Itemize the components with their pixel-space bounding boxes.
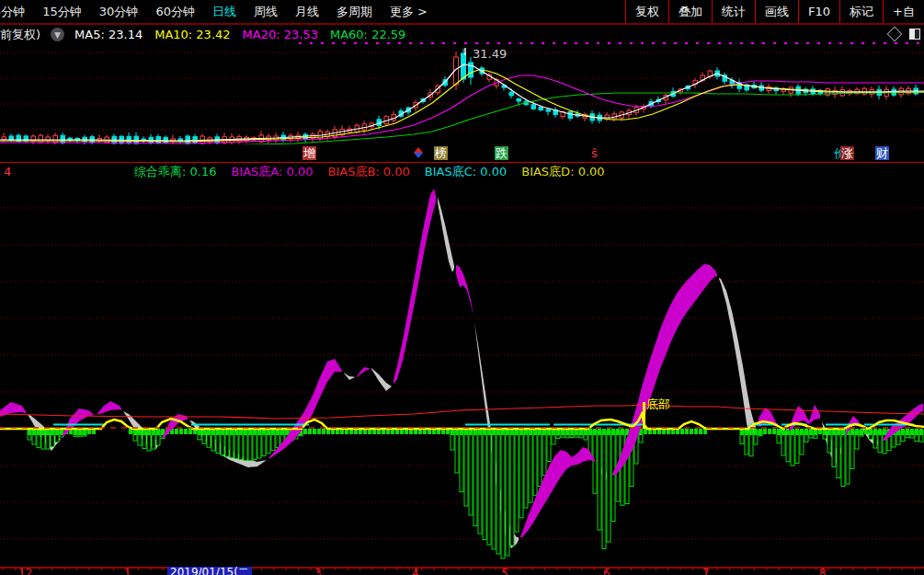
indicator-value-labels: 综合乖离: 0.16BIAS底A: 0.00BIAS底B: 0.00BIAS底C… [134,164,605,180]
time-axis [0,563,924,575]
axis-tick-label: 1 [124,568,131,575]
toolbar-button-标记[interactable]: 标记 [839,0,883,23]
indicator-label: BIAS底C: 0.00 [425,164,507,180]
toolbar-button-画线[interactable]: 画线 [755,0,798,23]
toolbar-button-叠加[interactable]: 叠加 [668,0,712,23]
toolbar-button-F10[interactable]: F10 [798,0,839,23]
peak-price-label: 31.49 [473,47,507,61]
indicator-label: BIAS底D: 0.00 [521,164,604,180]
menu-item-周线[interactable]: 周线 [254,4,278,20]
menu-item-更多 >[interactable]: 更多 > [390,4,428,20]
period-menu: 5分钟15分钟30分钟60分钟日线周线月线多周期更多 > [0,4,428,20]
menu-item-日线[interactable]: 日线 [212,4,236,20]
menu-item-5分钟[interactable]: 5分钟 [0,4,25,20]
ticker-tag[interactable]: 跌 [495,146,508,160]
indicator-header: 4 综合乖离: 0.16BIAS底A: 0.00BIAS底B: 0.00BIAS… [0,164,924,179]
bias-indicator-chart[interactable] [0,180,924,568]
bottom-signal-label: 底部 [646,397,670,413]
axis-tick-label: 5 [501,568,508,575]
top-menu-bar: 5分钟15分钟30分钟60分钟日线周线月线多周期更多 > 复权叠加统计画线F10… [0,0,924,25]
axis-tick-label: 3 [314,568,322,575]
ma-info-bar: 前复权) ▼ MA5: 23.14MA10: 23.42MA20: 23.53M… [0,27,405,42]
chart-corner-icons [889,29,920,40]
ma-value-label: MA5: 23.14 [74,28,143,41]
axis-tick-label: 12 [18,568,32,575]
ticker-tag[interactable]: ŝ [590,146,599,160]
diamond-icon[interactable] [887,27,903,42]
sort-down-icon[interactable] [414,153,423,158]
ticker-tag[interactable]: 增 [302,146,316,160]
panel-layout-icon[interactable] [909,29,920,40]
axis-tick-label: 7 [702,568,710,575]
ticker-tag[interactable]: 涨 [840,146,854,160]
ticker-tag[interactable]: 榜 [434,146,448,160]
main-candlestick-chart[interactable]: 31.49 [0,41,924,144]
toolbar-button-+自[interactable]: +自 [883,0,924,23]
menu-item-月线[interactable]: 月线 [295,4,319,20]
selected-date-label[interactable]: 2019/01/15(二 [167,567,252,575]
chevron-down-icon[interactable]: ▼ [51,28,64,41]
ticker-tag[interactable]: 财 [875,146,889,160]
ma-value-label: MA20: 23.53 [243,28,318,41]
axis-tick-label: 4 [412,568,419,575]
ticker-band: 增榜跌ŝ价涨财 [0,144,924,163]
menu-item-60分钟[interactable]: 60分钟 [155,4,195,20]
menu-item-多周期[interactable]: 多周期 [337,4,372,20]
axis-tick-label: 6 [603,568,610,575]
ma-value-label: MA10: 23.42 [154,28,230,41]
menu-item-30分钟[interactable]: 30分钟 [99,4,139,20]
indicator-label: 综合乖离: 0.16 [134,164,216,180]
toolbar-buttons: 复权叠加统计画线F10标记+自 [625,0,924,23]
indicator-label: BIAS底A: 0.00 [231,164,313,180]
indicator-id-label: 4 [4,165,11,178]
toolbar-button-复权[interactable]: 复权 [625,0,668,23]
trading-terminal-window: 5分钟15分钟30分钟60分钟日线周线月线多周期更多 > 复权叠加统计画线F10… [0,0,924,575]
menu-item-15分钟[interactable]: 15分钟 [42,4,82,20]
toolbar-button-统计[interactable]: 统计 [712,0,755,23]
ma-value-label: MA60: 22.59 [330,28,405,41]
ma-values: MA5: 23.14MA10: 23.42MA20: 23.53MA60: 22… [74,28,405,41]
indicator-label: BIAS底B: 0.00 [328,164,410,180]
axis-tick-label: 8 [819,568,827,575]
adjust-mode-label: 前复权) [0,27,40,43]
